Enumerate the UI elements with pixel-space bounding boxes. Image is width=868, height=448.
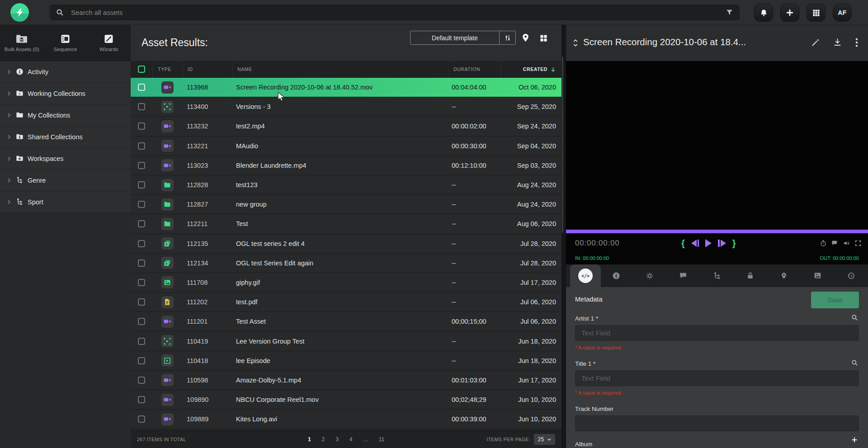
grid-view-button[interactable] bbox=[539, 34, 548, 42]
table-row[interactable]: 112828test123--Aug 24, 2020 bbox=[131, 175, 561, 195]
row-checkbox[interactable] bbox=[138, 377, 145, 384]
row-checkbox[interactable] bbox=[138, 338, 145, 345]
sequence-button[interactable]: Sequence bbox=[43, 25, 87, 61]
table-scrollbar[interactable] bbox=[562, 57, 563, 233]
map-view-button[interactable] bbox=[521, 33, 530, 43]
row-checkbox[interactable] bbox=[138, 279, 145, 286]
table-row[interactable]: 110418lee Episode--Jun 18, 2020 bbox=[131, 351, 561, 371]
column-duration[interactable]: DURATION bbox=[449, 66, 501, 72]
tab-info[interactable] bbox=[612, 272, 620, 280]
table-row[interactable]: 109890NBCU Corporate Reel1.mov00;02;48;2… bbox=[131, 390, 561, 410]
video-viewport[interactable] bbox=[566, 61, 868, 230]
sidebar-item-working-collections[interactable]: Working Collections bbox=[0, 83, 131, 104]
field-search-button[interactable] bbox=[851, 314, 858, 321]
magic-wand-button[interactable] bbox=[811, 38, 821, 47]
tab-metadata[interactable]: </> bbox=[570, 264, 601, 287]
column-name[interactable]: NAME bbox=[233, 66, 448, 72]
row-checkbox[interactable] bbox=[138, 201, 145, 208]
comment-add-icon[interactable] bbox=[831, 240, 839, 247]
row-checkbox[interactable] bbox=[138, 415, 145, 423]
row-checkbox[interactable] bbox=[138, 181, 145, 189]
row-checkbox[interactable] bbox=[138, 298, 145, 306]
tab-poster[interactable] bbox=[813, 272, 822, 279]
table-row[interactable]: 113232test2.mp400:00:02:00Sep 24, 2020 bbox=[131, 117, 561, 136]
table-row[interactable]: 111708giphy.gif--Jul 17, 2020 bbox=[131, 273, 561, 292]
avatar[interactable]: AF bbox=[833, 4, 852, 22]
page-button[interactable]: 4 bbox=[349, 436, 353, 443]
sidebar-item-shared-collections[interactable]: Shared Collections bbox=[0, 126, 131, 148]
video-progress-bar[interactable] bbox=[566, 230, 868, 233]
notifications-button[interactable] bbox=[754, 4, 773, 22]
tab-history[interactable] bbox=[847, 272, 855, 280]
download-button[interactable] bbox=[833, 38, 842, 47]
column-id[interactable]: ID bbox=[183, 66, 232, 72]
add-album-button[interactable] bbox=[851, 436, 858, 443]
column-created[interactable]: CREATED bbox=[501, 66, 561, 72]
tab-comments[interactable] bbox=[679, 272, 687, 279]
row-checkbox[interactable] bbox=[138, 162, 145, 169]
table-row[interactable]: 112135OGL test series 2 edit 4--Jul 28, … bbox=[131, 234, 561, 254]
table-row[interactable]: 110419Lee Version Group Test--Jun 18, 20… bbox=[131, 331, 561, 351]
sidebar-item-sport[interactable]: Sport bbox=[0, 191, 131, 213]
row-checkbox[interactable] bbox=[138, 142, 145, 150]
sidebar-item-genre[interactable]: Genre bbox=[0, 170, 131, 191]
tab-relations[interactable] bbox=[713, 272, 721, 280]
track-number-field[interactable] bbox=[575, 415, 859, 431]
sidebar-item-activity[interactable]: Activity bbox=[0, 61, 131, 83]
row-checkbox[interactable] bbox=[138, 396, 145, 403]
tab-permissions[interactable] bbox=[746, 272, 754, 280]
template-selector[interactable]: Default template bbox=[410, 31, 516, 45]
wizards-button[interactable]: Wizards bbox=[87, 25, 131, 61]
play-button[interactable] bbox=[705, 239, 712, 247]
row-checkbox[interactable] bbox=[138, 123, 145, 130]
table-row[interactable]: 111201Test Asset00;00;15;00Jul 06, 2020 bbox=[131, 312, 561, 331]
field-search-button[interactable] bbox=[851, 359, 858, 366]
page-button[interactable]: 2 bbox=[322, 436, 325, 443]
row-checkbox[interactable] bbox=[138, 357, 145, 364]
table-row[interactable]: 112134OGL test Series Edit again--Jul 28… bbox=[131, 254, 561, 273]
table-row[interactable]: 113023Blender Laundrette.mp400:12:10:00S… bbox=[131, 156, 561, 175]
mark-out-button[interactable]: } bbox=[732, 238, 736, 249]
tab-settings[interactable] bbox=[646, 272, 654, 280]
table-row[interactable]: 113400Versions - 3--Sep 25, 2020 bbox=[131, 97, 561, 117]
app-logo[interactable] bbox=[10, 3, 29, 22]
row-checkbox[interactable] bbox=[138, 103, 145, 110]
search-input[interactable]: Search all assets bbox=[50, 5, 740, 20]
row-checkbox[interactable] bbox=[138, 259, 145, 267]
collapse-expand-button[interactable] bbox=[571, 38, 580, 48]
tab-locations[interactable] bbox=[780, 272, 788, 280]
table-row[interactable]: 112827new group--Aug 24, 2020 bbox=[131, 195, 561, 214]
fullscreen-icon[interactable] bbox=[854, 240, 862, 247]
template-settings-button[interactable] bbox=[499, 31, 515, 44]
add-button[interactable] bbox=[780, 4, 799, 22]
row-checkbox[interactable] bbox=[138, 240, 145, 247]
row-checkbox[interactable] bbox=[138, 84, 145, 91]
frame-back-button[interactable] bbox=[691, 240, 699, 247]
apps-button[interactable] bbox=[807, 4, 826, 22]
table-row[interactable]: 113968Screen Recording 2020-10-06 at 18.… bbox=[131, 78, 561, 97]
row-checkbox[interactable] bbox=[138, 318, 145, 325]
artist-text-field[interactable]: Text Field bbox=[575, 325, 859, 341]
page-button[interactable]: 3 bbox=[335, 436, 339, 443]
filter-icon[interactable] bbox=[726, 9, 733, 16]
mark-in-button[interactable]: { bbox=[681, 238, 685, 249]
save-button[interactable]: Save bbox=[811, 292, 859, 308]
row-checkbox[interactable] bbox=[138, 220, 145, 227]
page-button[interactable]: 1 bbox=[308, 436, 311, 443]
table-row[interactable]: 112211Test--Aug 06, 2020 bbox=[131, 214, 561, 234]
more-options-button[interactable] bbox=[855, 38, 858, 47]
frame-forward-button[interactable] bbox=[718, 240, 726, 247]
bulk-assets-button[interactable]: Bulk Assets (0) bbox=[0, 25, 43, 61]
table-row[interactable]: 113221MAudio00:00:30:00Sep 04, 2020 bbox=[131, 137, 561, 156]
volume-icon[interactable] bbox=[843, 240, 850, 247]
timer-icon[interactable] bbox=[820, 240, 827, 247]
table-row[interactable]: 111202test.pdf--Jul 06, 2020 bbox=[131, 292, 561, 312]
column-type[interactable]: TYPE bbox=[153, 66, 183, 72]
select-all-checkbox[interactable] bbox=[138, 66, 145, 73]
table-row[interactable]: 109889Kites Long.avi00:00:39:00Jun 10, 2… bbox=[131, 410, 561, 429]
sidebar-item-my-collections[interactable]: My Collections bbox=[0, 104, 131, 126]
table-row[interactable]: 110598Amaze-Dolby-5.1.mp400:01:03:00Jun … bbox=[131, 371, 561, 390]
page-button[interactable]: 11 bbox=[379, 436, 384, 443]
title-text-field[interactable]: Text Field bbox=[575, 370, 859, 386]
sidebar-item-workspaces[interactable]: Workspaces bbox=[0, 148, 131, 170]
